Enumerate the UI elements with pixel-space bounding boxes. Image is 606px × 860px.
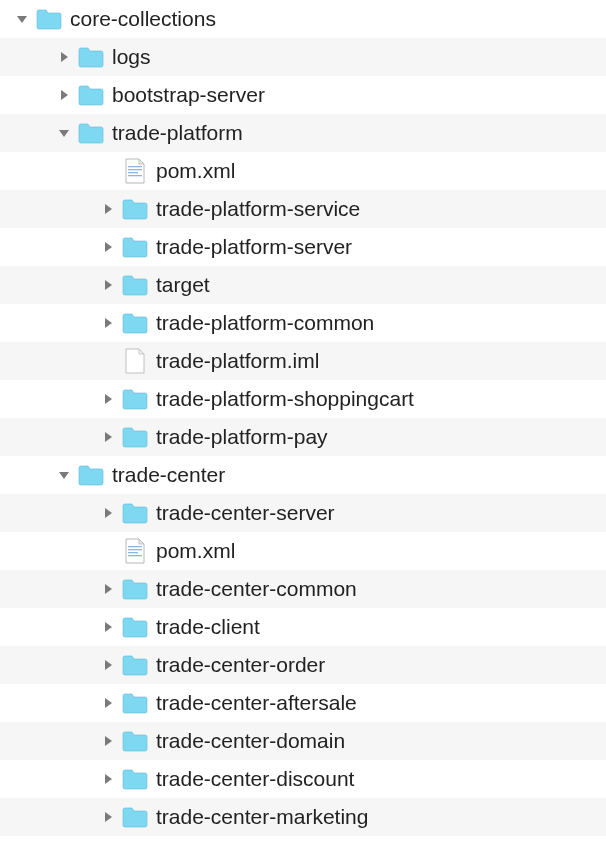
file-icon [122,348,148,374]
folder-icon [122,234,148,260]
chevron-right-icon[interactable] [100,505,116,521]
folder-icon [122,804,148,830]
svg-marker-22 [105,660,112,670]
folder-icon [122,310,148,336]
svg-rect-19 [128,555,142,556]
tree-row[interactable]: target [0,266,606,304]
tree-row[interactable]: trade-platform [0,114,606,152]
svg-rect-16 [128,546,142,547]
xml-file-icon [122,538,148,564]
svg-marker-0 [17,16,27,23]
svg-marker-1 [61,52,68,62]
chevron-right-icon[interactable] [100,619,116,635]
chevron-down-icon[interactable] [56,467,72,483]
tree-item-label: trade-center-domain [156,729,345,753]
chevron-right-icon[interactable] [100,201,116,217]
svg-marker-21 [105,622,112,632]
tree-row[interactable]: trade-center-order [0,646,606,684]
chevron-down-icon[interactable] [14,11,30,27]
folder-icon [122,614,148,640]
svg-marker-14 [59,472,69,479]
svg-marker-12 [105,394,112,404]
svg-rect-18 [128,552,138,553]
folder-icon [122,766,148,792]
chevron-right-icon[interactable] [100,733,116,749]
folder-icon [122,690,148,716]
chevron-down-icon[interactable] [56,125,72,141]
chevron-right-icon[interactable] [100,315,116,331]
tree-row[interactable]: trade-platform.iml [0,342,606,380]
svg-marker-10 [105,280,112,290]
svg-marker-24 [105,736,112,746]
tree-row[interactable]: trade-center-marketing [0,798,606,836]
chevron-right-icon[interactable] [100,581,116,597]
tree-item-label: trade-platform-server [156,235,352,259]
tree-item-label: trade-center-aftersale [156,691,357,715]
svg-marker-15 [105,508,112,518]
folder-icon [122,500,148,526]
tree-item-label: trade-center-common [156,577,357,601]
folder-icon [36,6,62,32]
xml-file-icon [122,158,148,184]
svg-rect-7 [128,175,142,176]
tree-row[interactable]: pom.xml [0,152,606,190]
chevron-right-icon[interactable] [100,391,116,407]
svg-marker-2 [61,90,68,100]
svg-marker-11 [105,318,112,328]
svg-marker-8 [105,204,112,214]
svg-marker-13 [105,432,112,442]
tree-item-label: trade-center-order [156,653,325,677]
tree-item-label: pom.xml [156,539,235,563]
chevron-right-icon[interactable] [56,87,72,103]
folder-icon [122,272,148,298]
folder-icon [78,120,104,146]
tree-row[interactable]: trade-platform-server [0,228,606,266]
tree-item-label: trade-platform-pay [156,425,328,449]
chevron-right-icon[interactable] [100,657,116,673]
tree-row[interactable]: trade-center [0,456,606,494]
tree-item-label: trade-platform.iml [156,349,319,373]
chevron-right-icon[interactable] [100,809,116,825]
tree-row[interactable]: trade-center-discount [0,760,606,798]
tree-row[interactable]: trade-center-aftersale [0,684,606,722]
tree-item-label: target [156,273,210,297]
chevron-right-icon[interactable] [100,695,116,711]
svg-marker-3 [59,130,69,137]
chevron-right-icon[interactable] [100,429,116,445]
folder-icon [122,576,148,602]
tree-row[interactable]: trade-center-server [0,494,606,532]
tree-item-label: trade-center-server [156,501,335,525]
folder-icon [122,728,148,754]
tree-row[interactable]: core-collections [0,0,606,38]
tree-row[interactable]: trade-center-common [0,570,606,608]
svg-marker-9 [105,242,112,252]
folder-icon [122,196,148,222]
tree-row[interactable]: trade-platform-shoppingcart [0,380,606,418]
tree-item-label: trade-platform-service [156,197,360,221]
chevron-right-icon[interactable] [100,239,116,255]
tree-item-label: trade-center-marketing [156,805,368,829]
folder-icon [78,462,104,488]
tree-row[interactable]: trade-platform-service [0,190,606,228]
tree-row[interactable]: logs [0,38,606,76]
chevron-right-icon[interactable] [100,277,116,293]
tree-item-label: pom.xml [156,159,235,183]
tree-item-label: trade-center [112,463,225,487]
tree-row[interactable]: trade-client [0,608,606,646]
tree-row[interactable]: trade-platform-pay [0,418,606,456]
file-tree: core-collectionslogsbootstrap-servertrad… [0,0,606,836]
tree-item-label: bootstrap-server [112,83,265,107]
chevron-right-icon[interactable] [56,49,72,65]
tree-row[interactable]: bootstrap-server [0,76,606,114]
tree-row[interactable]: pom.xml [0,532,606,570]
svg-rect-5 [128,169,142,170]
folder-icon [122,652,148,678]
tree-item-label: trade-platform-shoppingcart [156,387,414,411]
chevron-right-icon[interactable] [100,771,116,787]
tree-item-label: trade-center-discount [156,767,354,791]
tree-row[interactable]: trade-center-domain [0,722,606,760]
tree-row[interactable]: trade-platform-common [0,304,606,342]
svg-marker-26 [105,812,112,822]
tree-item-label: trade-platform [112,121,243,145]
tree-item-label: trade-platform-common [156,311,374,335]
